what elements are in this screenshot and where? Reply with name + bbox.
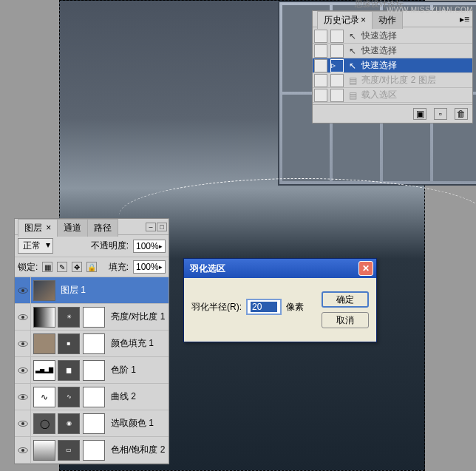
history-footer: ▣ ▫ 🗑 [313, 104, 472, 123]
layer-mask[interactable] [83, 360, 105, 381]
history-checkbox[interactable] [314, 44, 327, 58]
layer-thumb[interactable]: ▃▅▂▇ [33, 360, 55, 381]
layer-thumb[interactable] [33, 440, 55, 461]
layer-thumb[interactable] [33, 280, 55, 301]
site-watermark: WWW.MISSYUAN.COM [387, 6, 473, 14]
adjustment-icon[interactable]: ☀ [58, 307, 80, 328]
layer-row[interactable]: ☀ 亮度/对比度 1 [15, 304, 169, 331]
history-panel: 历史记录× 动作 ▸≡ ↖ 快速选择 ↖ 快速选择 ▹ ↖ 快速选择 ▤ 亮度/… [312, 10, 473, 123]
layer-mask[interactable] [83, 307, 105, 328]
fill-input[interactable]: 100% [133, 260, 166, 274]
visibility-icon[interactable] [15, 357, 31, 384]
lock-paint-icon[interactable]: ✎ [57, 262, 67, 272]
dialog-title: 羽化选区 [190, 262, 225, 275]
blend-mode-select[interactable]: 正常 [18, 238, 53, 254]
opacity-input[interactable]: 100% [133, 240, 166, 253]
minimize-icon[interactable]: – [146, 223, 156, 231]
layer-name[interactable]: 色相/饱和度 2 [108, 444, 169, 456]
history-item-label: 亮度/对比度 2 图层 [361, 74, 436, 87]
layer-row[interactable]: ◯ ◉ 选取颜色 1 [15, 410, 169, 437]
opacity-label: 不透明度: [91, 240, 129, 252]
layer-name[interactable]: 选取颜色 1 [108, 417, 169, 430]
lock-all-icon[interactable]: 🔒 [86, 262, 97, 272]
adjustment-icon[interactable]: ▆ [58, 360, 80, 381]
visibility-icon[interactable] [15, 331, 31, 357]
svg-point-11 [21, 421, 24, 424]
svg-point-9 [21, 395, 24, 398]
layer-thumb[interactable] [33, 307, 55, 328]
tab-channels[interactable]: 通道 [57, 219, 88, 237]
history-checkbox[interactable] [314, 59, 327, 72]
lock-label: 锁定: [18, 261, 38, 274]
adjustment-icon[interactable]: ▭ [58, 440, 80, 461]
tab-history[interactable]: 历史记录× [317, 11, 373, 29]
history-item-label: 快速选择 [361, 59, 397, 72]
lock-transparency-icon[interactable]: ▦ [42, 262, 52, 272]
lock-position-icon[interactable]: ✥ [72, 262, 82, 272]
layer-row[interactable]: ▃▅▂▇ ▆ 色阶 1 [15, 357, 169, 384]
feather-unit-label: 像素 [286, 301, 304, 314]
feather-radius-label: 羽化半径(R): [191, 301, 242, 314]
history-item[interactable]: ▤ 亮度/对比度 2 图层 [313, 73, 472, 88]
layer-row-selected[interactable]: 图层 1 [15, 277, 169, 304]
history-item-label: 快速选择 [361, 44, 397, 57]
layer-thumb[interactable]: ◯ [33, 413, 55, 434]
history-item-selected[interactable]: ▹ ↖ 快速选择 [313, 58, 472, 73]
quick-select-icon: ↖ [347, 30, 358, 42]
tab-layers[interactable]: 图层 × [18, 219, 58, 237]
tab-layers-label: 图层 [24, 223, 42, 233]
tab-history-label: 历史记录 [324, 15, 359, 25]
history-item[interactable]: ↖ 快速选择 [313, 29, 472, 44]
layer-mask[interactable] [83, 333, 105, 354]
close-icon[interactable]: × [361, 15, 366, 25]
ok-button[interactable]: 确定 [322, 291, 369, 308]
cancel-button[interactable]: 取消 [322, 312, 369, 328]
layer-mask[interactable] [83, 413, 105, 434]
layer-name[interactable]: 颜色填充 1 [108, 337, 169, 350]
svg-point-1 [21, 288, 24, 291]
visibility-icon[interactable] [15, 437, 31, 464]
visibility-icon[interactable] [15, 277, 31, 304]
history-item-label: 快速选择 [361, 30, 397, 42]
layers-tabs: 图层 × 通道 路径 – □ [15, 219, 169, 235]
history-item-label: 载入选区 [361, 89, 397, 101]
layers-options-row: 正常 不透明度: 100% [15, 235, 169, 257]
layer-name[interactable]: 图层 1 [58, 284, 169, 297]
load-selection-icon: ▤ [347, 89, 358, 101]
layer-row[interactable]: ▭ 色相/饱和度 2 [15, 437, 169, 464]
history-checkbox[interactable] [314, 74, 327, 87]
snapshot-icon[interactable]: ▣ [413, 108, 426, 120]
new-state-icon[interactable]: ▫ [434, 108, 447, 120]
layer-mask[interactable] [83, 440, 105, 461]
tab-paths[interactable]: 路径 [87, 219, 118, 237]
visibility-icon[interactable] [15, 410, 31, 437]
history-checkbox[interactable] [314, 30, 327, 43]
feather-radius-input[interactable]: 20 [246, 299, 282, 315]
trash-icon[interactable]: 🗑 [455, 108, 468, 120]
adjustment-icon[interactable]: ◉ [58, 413, 80, 434]
layer-name[interactable]: 曲线 2 [108, 390, 169, 403]
history-item[interactable]: ↖ 快速选择 [313, 44, 472, 58]
quick-select-icon: ↖ [347, 45, 358, 57]
svg-point-13 [21, 448, 24, 451]
layer-mask[interactable] [83, 387, 105, 407]
dialog-close-button[interactable]: ✕ [358, 261, 373, 276]
visibility-icon[interactable] [15, 304, 31, 331]
close-icon[interactable]: □ [157, 223, 167, 231]
layer-name[interactable]: 亮度/对比度 1 [108, 311, 169, 323]
adjustment-icon[interactable]: ∿ [58, 387, 80, 407]
layer-name[interactable]: 色阶 1 [108, 364, 169, 376]
layers-list: 图层 1 ☀ 亮度/对比度 1 ■ 颜色填充 1 ▃▅▂▇ ▆ 色阶 1 ∿ ∿ [15, 277, 169, 464]
panel-menu-icon[interactable]: ▸≡ [457, 14, 472, 24]
quick-select-icon: ↖ [347, 60, 358, 72]
visibility-icon[interactable] [15, 384, 31, 410]
history-item[interactable]: ▤ 载入选区 [313, 88, 472, 103]
dialog-titlebar[interactable]: 羽化选区 ✕ [184, 259, 376, 278]
layer-row[interactable]: ■ 颜色填充 1 [15, 331, 169, 357]
layer-thumb[interactable]: ∿ [33, 387, 55, 407]
layer-row[interactable]: ∿ ∿ 曲线 2 [15, 384, 169, 410]
history-checkbox[interactable] [314, 89, 327, 102]
layer-thumb[interactable] [33, 333, 55, 354]
adjustment-icon[interactable]: ■ [58, 333, 80, 354]
close-icon[interactable]: × [44, 223, 51, 233]
